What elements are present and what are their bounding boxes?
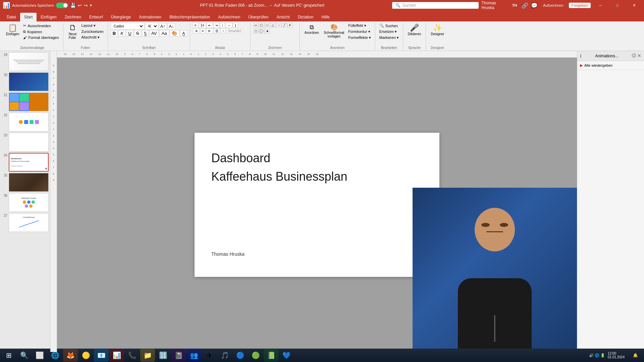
shape-rounded-rect[interactable]: ▢: [259, 23, 264, 27]
app2-button[interactable]: 🔵: [233, 349, 248, 362]
align-center-button[interactable]: ≡: [200, 28, 206, 34]
highlight-button[interactable]: 🎨: [170, 30, 179, 37]
explorer-button[interactable]: 📁: [140, 349, 155, 362]
shape-callout[interactable]: 💬: [259, 29, 264, 34]
onenote-button[interactable]: 📓: [171, 349, 186, 362]
slide-item-30[interactable]: 30: [1, 72, 49, 91]
tab-aufzeichnen[interactable]: Aufzeichnen: [214, 13, 244, 21]
outlook-button[interactable]: 📧: [94, 349, 109, 362]
slide-thumb-33[interactable]: ...: [9, 133, 49, 152]
bold-button[interactable]: B: [111, 30, 118, 37]
skype-button[interactable]: 📞: [125, 349, 140, 362]
slide-item-31[interactable]: 31: [1, 93, 49, 111]
font-family-select[interactable]: Calibri: [111, 23, 144, 29]
slide-item-36[interactable]: 36 Spielregeln Konzept: [1, 193, 49, 212]
smartart-button[interactable]: SmartArt: [226, 28, 243, 34]
more-shapes-icon[interactable]: ▾: [287, 23, 293, 27]
textalign-button[interactable]: ↔: [226, 23, 232, 28]
italic-button[interactable]: K: [118, 30, 125, 37]
tab-bildschirmpraesentation[interactable]: Bildschirmpräsentation: [165, 13, 214, 21]
linespacing-button[interactable]: ↕: [221, 28, 226, 34]
format-uebertragen-button[interactable]: 🖌 Format übertragen: [22, 35, 60, 40]
excel-button[interactable]: 📗: [264, 349, 278, 362]
slide-thumb-35[interactable]: [9, 173, 49, 192]
taskview-button[interactable]: ⬜: [32, 349, 47, 362]
tab-dictation[interactable]: Dictation: [294, 13, 318, 21]
align-left-button[interactable]: ⫷: [193, 28, 200, 34]
tab-start[interactable]: Start: [20, 13, 37, 21]
designer-button[interactable]: ✨ Designer: [429, 23, 446, 37]
underline-button[interactable]: U: [126, 30, 133, 37]
slide-item-35[interactable]: 35: [1, 173, 49, 192]
suchen-button[interactable]: 🔍 Suchen: [378, 23, 400, 28]
close-button[interactable]: ✕: [627, 0, 641, 11]
ersetzen-button[interactable]: Ersetzen ▾: [378, 29, 400, 35]
anordnen-button[interactable]: ⧉ Anordnen: [303, 23, 321, 36]
slide-item-32[interactable]: 32: [1, 113, 49, 131]
abschnitt-button[interactable]: Abschnitt ▾: [80, 35, 105, 40]
schnellformatvorlagen-button[interactable]: 🎨 Schnellformatvorlagen: [322, 23, 346, 40]
tab-zeichnen[interactable]: Zeichnen: [61, 13, 85, 21]
shape-oval[interactable]: ⬭: [265, 23, 270, 27]
slide-thumb-30[interactable]: [9, 72, 49, 91]
expand-animations-icon[interactable]: ⟨: [580, 54, 582, 58]
formeffekte-button[interactable]: Formeffekte ▾: [347, 35, 372, 41]
slide-item-37[interactable]: 37 Umsatzplanung: [1, 213, 49, 232]
undo-icon[interactable]: ↩: [78, 3, 82, 8]
record-btn[interactable]: Aufzeichnen: [540, 3, 566, 8]
formkontur-button[interactable]: Formkontur ▾: [347, 29, 372, 35]
teams2-button[interactable]: 💙: [279, 349, 294, 362]
tab-entwurf[interactable]: Entwurf: [85, 13, 107, 21]
app1-button[interactable]: 🎵: [217, 349, 232, 362]
slide-thumb-32[interactable]: [9, 113, 49, 131]
autosave-toggle[interactable]: [56, 3, 68, 8]
shape-line[interactable]: ╱: [282, 23, 287, 27]
zuruecksetzen-button[interactable]: Zurücksetzen: [80, 29, 105, 34]
start-button[interactable]: ⊞: [1, 349, 16, 362]
slide-item-33[interactable]: 33 ...: [1, 133, 49, 152]
ausschneiden-button[interactable]: ✂ Ausschneiden: [22, 23, 60, 28]
indent-decrease-button[interactable]: ⇤: [207, 23, 213, 28]
tab-uebergaenge[interactable]: Übergänge: [107, 13, 135, 21]
spacing-button[interactable]: AV: [149, 30, 159, 37]
search-taskbar-button[interactable]: 🔍: [17, 349, 32, 362]
strikethrough-button[interactable]: S: [134, 30, 141, 37]
tab-ueberpruefen[interactable]: Überprüfen: [244, 13, 272, 21]
tab-hilfe[interactable]: Hilfe: [317, 13, 333, 21]
shape-star[interactable]: ★: [265, 29, 270, 34]
share-btn[interactable]: Freigeben: [569, 3, 591, 8]
list-number-button[interactable]: 1≡: [199, 23, 206, 28]
shape-triangle[interactable]: △: [270, 23, 276, 27]
maximize-button[interactable]: □: [610, 0, 624, 11]
layout-button[interactable]: Layout ▾: [80, 23, 105, 28]
system-tray[interactable]: 🔊 🌐 🔋 12:0001.01.2024: [586, 349, 627, 362]
calculator-button[interactable]: 🔢: [156, 349, 170, 362]
einfuegen-button[interactable]: 📋 Einfügen: [4, 23, 21, 37]
chrome-button[interactable]: 🟡: [78, 349, 93, 362]
telegram-button[interactable]: ✈: [202, 349, 217, 362]
notification-button[interactable]: 🔔: [628, 349, 643, 362]
diktieren-button[interactable]: 🎤 Diktieren: [406, 23, 423, 37]
list-bullet-button[interactable]: ≡: [193, 23, 198, 28]
slide-thumb-31[interactable]: [9, 93, 49, 111]
font-shrink-button[interactable]: A↓: [167, 23, 175, 29]
shape-arrow[interactable]: →: [276, 23, 281, 27]
tab-einfuegen[interactable]: Einfügen: [37, 13, 60, 21]
shape-pentagon[interactable]: ⬠: [253, 29, 259, 34]
teams-button[interactable]: 👥: [186, 349, 201, 362]
slide-thumb-37[interactable]: Umsatzplanung: [9, 213, 49, 232]
app3-button[interactable]: 🟢: [248, 349, 263, 362]
slide-canvas[interactable]: Dashboard Kaffeehaus Businessplan Thomas…: [195, 133, 439, 277]
indent-increase-button[interactable]: ⇥: [213, 23, 219, 28]
user-avatar[interactable]: TH: [510, 1, 519, 10]
fuelleffekt-button[interactable]: Fülleffekt ▾: [347, 23, 372, 28]
tab-ansicht[interactable]: Ansicht: [272, 13, 293, 21]
minimize-button[interactable]: ─: [593, 0, 607, 11]
markieren-button[interactable]: Markieren ▾: [378, 35, 400, 41]
animations-info-icon[interactable]: ⓘ: [632, 53, 636, 59]
slide-thumb-36[interactable]: Spielregeln Konzept: [9, 193, 49, 212]
align-right-button[interactable]: ⫸: [206, 28, 213, 34]
fontcolor-button[interactable]: A̲: [180, 30, 187, 37]
slide-item-34[interactable]: 34 Dashboard Kaffeehaus Businessplan Tho…: [1, 153, 49, 172]
align-justify-button[interactable]: ☰: [214, 28, 220, 34]
